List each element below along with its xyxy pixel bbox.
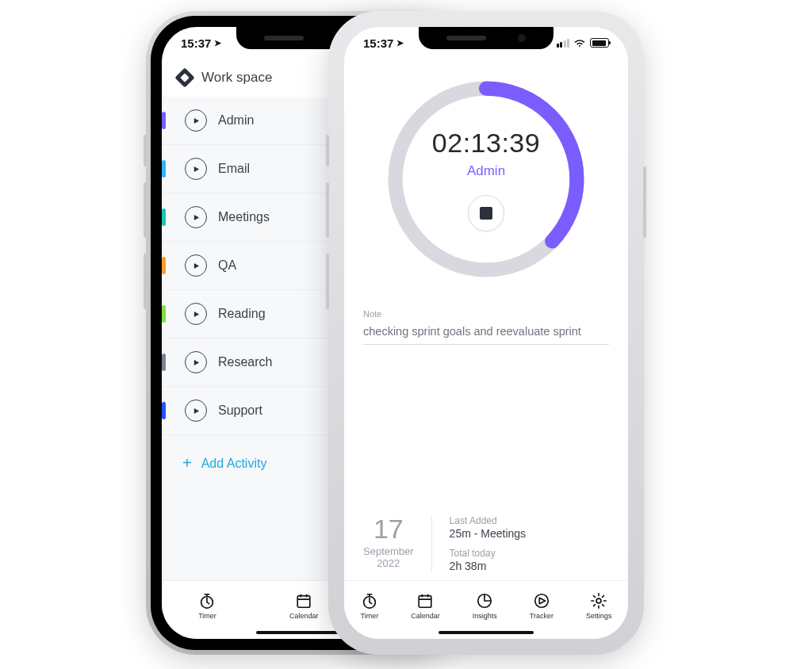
activity-color <box>162 305 166 323</box>
tab-bar: Timer Calendar Insights Tracker Settings <box>344 580 628 639</box>
summary-date: 17 September 2022 <box>363 515 432 572</box>
activity-label: Support <box>218 403 262 418</box>
note-field[interactable]: Note <box>363 309 609 345</box>
status-time: 15:37 <box>363 36 393 50</box>
home-indicator[interactable] <box>439 631 534 634</box>
signal-icon <box>557 39 570 48</box>
play-button[interactable] <box>185 109 207 132</box>
tab-insights[interactable]: Insights <box>473 592 497 620</box>
battery-icon <box>590 38 609 48</box>
last-added-value: 25m - Meetings <box>450 527 526 540</box>
activity-label: Research <box>218 355 272 369</box>
play-button[interactable] <box>185 206 207 228</box>
svg-point-8 <box>535 594 549 608</box>
play-button[interactable] <box>185 303 207 325</box>
timer-dial: 02:13:39 Admin <box>383 76 589 282</box>
play-button[interactable] <box>185 399 207 422</box>
activity-label: Email <box>218 162 250 176</box>
activity-color <box>162 112 166 129</box>
plus-icon: + <box>182 454 192 472</box>
activity-label: Meetings <box>218 210 270 224</box>
note-input[interactable] <box>363 322 609 345</box>
play-button[interactable] <box>185 351 207 373</box>
tab-calendar[interactable]: Calendar <box>289 592 319 620</box>
phone-timer: 15:37 ➤ 02:13:39 Admin <box>333 16 639 650</box>
svg-point-9 <box>596 598 601 603</box>
wifi-icon <box>573 36 586 50</box>
location-icon: ➤ <box>396 38 404 48</box>
location-icon: ➤ <box>214 38 221 48</box>
total-today-value: 2h 38m <box>450 560 526 572</box>
activity-label: Reading <box>218 307 266 321</box>
stopwatch-icon <box>198 592 216 610</box>
tracker-icon <box>533 592 550 610</box>
calendar-icon <box>416 592 434 610</box>
activity-color <box>162 257 166 274</box>
play-button[interactable] <box>185 254 207 277</box>
day-summary: 17 September 2022 Last Added 25m - Meeti… <box>363 501 609 580</box>
activity-color <box>162 402 166 419</box>
activity-label: Admin <box>218 113 254 128</box>
total-today-label: Total today <box>450 548 526 559</box>
activity-label: QA <box>218 258 236 273</box>
pie-icon <box>476 592 493 610</box>
workspace-icon <box>174 67 194 87</box>
tab-timer[interactable]: Timer <box>361 592 379 620</box>
add-activity-label: Add Activity <box>201 457 267 471</box>
activity-color <box>162 160 166 178</box>
calendar-icon <box>295 592 312 610</box>
tab-tracker[interactable]: Tracker <box>530 592 553 620</box>
last-added-label: Last Added <box>450 515 526 526</box>
activity-color <box>162 208 166 226</box>
svg-rect-6 <box>419 596 432 608</box>
play-button[interactable] <box>185 158 207 180</box>
gear-icon <box>590 592 607 610</box>
workspace-label: Work space <box>201 70 272 86</box>
status-time: 15:37 <box>181 36 211 50</box>
note-label: Note <box>363 309 609 319</box>
svg-rect-1 <box>298 596 311 608</box>
tab-timer[interactable]: Timer <box>198 592 216 620</box>
progress-ring <box>383 76 589 282</box>
tab-settings[interactable]: Settings <box>586 592 612 620</box>
tab-calendar[interactable]: Calendar <box>411 592 440 620</box>
activity-color <box>162 354 166 371</box>
stopwatch-icon <box>361 592 378 610</box>
